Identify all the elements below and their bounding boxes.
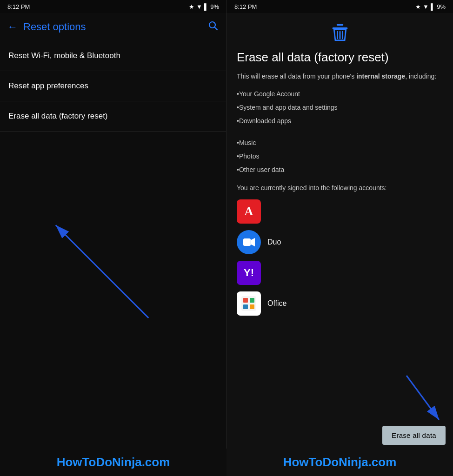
status-bar: 8:12 PM ★ ▼ ▌ 9% 8:12 PM ★ ▼ ▌ 9% xyxy=(0,0,453,13)
search-button[interactable] xyxy=(207,20,219,34)
svg-rect-9 xyxy=(243,238,251,246)
bluetooth-icon: ★ xyxy=(189,3,194,10)
list-item-google: •Your Google Account xyxy=(237,89,443,99)
svg-line-3 xyxy=(56,225,149,318)
account-row-yahoo: Y! xyxy=(237,261,443,285)
battery-left: 9% xyxy=(210,3,219,10)
right-content-area: Erase all data (factory reset) This will… xyxy=(226,13,453,422)
svg-rect-15 xyxy=(250,304,254,309)
accounts-label: You are currently signed into the follow… xyxy=(237,183,443,193)
account-row-adobe: A xyxy=(237,199,443,224)
annotation-arrow-left xyxy=(0,132,226,449)
watermark-left: HowToDoNinja.com xyxy=(0,449,226,476)
left-panel: ← Reset options Reset Wi-Fi, mobile & Bl… xyxy=(0,13,226,476)
svg-rect-13 xyxy=(250,298,254,303)
signal-icon: ▌ xyxy=(204,3,208,10)
wifi-icon: ▼ xyxy=(196,3,202,10)
duo-label: Duo xyxy=(267,238,281,246)
list-item-music: •Music xyxy=(237,138,443,148)
svg-rect-14 xyxy=(243,304,248,309)
erase-all-data-button[interactable]: Erase all data xyxy=(382,426,446,445)
bluetooth-icon-r: ★ xyxy=(415,3,421,10)
signal-icon-r: ▌ xyxy=(431,3,435,10)
erase-title: Erase all data (factory reset) xyxy=(237,50,443,65)
list-item-system: •System and app data and settings xyxy=(237,103,443,112)
svg-rect-12 xyxy=(243,298,248,303)
erase-description: This will erase all data from your phone… xyxy=(237,71,443,81)
svg-line-1 xyxy=(215,27,218,30)
list-item-apps: •Downloaded apps xyxy=(237,116,443,126)
status-time-right: 8:12 PM xyxy=(234,3,257,10)
status-icons-right: ★ ▼ ▌ 9% xyxy=(415,3,446,10)
menu-item-wifi[interactable]: Reset Wi-Fi, mobile & Bluetooth xyxy=(0,41,226,71)
battery-right: 9% xyxy=(437,3,446,10)
adobe-icon: A xyxy=(237,199,261,224)
account-row-office: Office xyxy=(237,291,443,316)
account-row-duo: Duo xyxy=(237,230,443,254)
left-arrow-area xyxy=(0,132,226,449)
list-item-photos: •Photos xyxy=(237,152,443,161)
status-bar-left: 8:12 PM ★ ▼ ▌ 9% xyxy=(0,0,226,13)
trash-icon xyxy=(330,22,350,43)
status-bar-right: 8:12 PM ★ ▼ ▌ 9% xyxy=(226,0,453,13)
status-icons-left: ★ ▼ ▌ 9% xyxy=(189,3,219,10)
watermark-right: HowToDoNinja.com xyxy=(226,450,453,476)
back-button[interactable]: ← xyxy=(7,21,18,33)
page-title: Reset options xyxy=(23,21,207,33)
yahoo-icon: Y! xyxy=(237,261,261,285)
duo-icon xyxy=(237,230,261,254)
menu-item-app-prefs[interactable]: Reset app preferences xyxy=(0,71,226,101)
office-icon xyxy=(237,291,261,316)
status-time-left: 8:12 PM xyxy=(7,3,30,10)
left-header: ← Reset options xyxy=(0,13,226,41)
svg-rect-5 xyxy=(336,24,343,26)
wifi-icon-r: ▼ xyxy=(423,3,429,10)
svg-marker-10 xyxy=(251,238,255,246)
office-label: Office xyxy=(267,299,287,308)
trash-icon-container xyxy=(237,22,443,43)
menu-item-factory-reset[interactable]: Erase all data (factory reset) xyxy=(0,101,226,132)
list-item-userdata: •Other user data xyxy=(237,165,443,175)
right-bottom-area: Erase all data xyxy=(226,422,453,450)
right-panel: Erase all data (factory reset) This will… xyxy=(226,13,453,476)
main-content: ← Reset options Reset Wi-Fi, mobile & Bl… xyxy=(0,13,453,476)
